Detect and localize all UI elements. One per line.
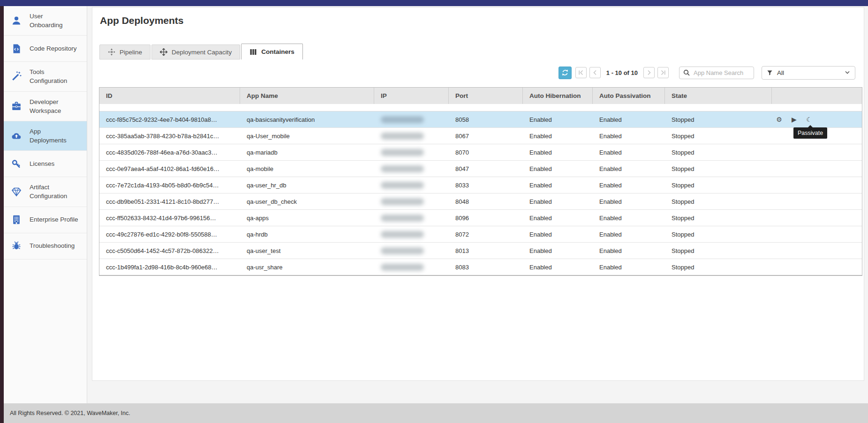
cell-ip [374, 161, 449, 177]
cell-auto-hibernation: Enabled [523, 226, 593, 242]
tab-label: Containers [261, 48, 294, 55]
chevron-down-icon [845, 71, 850, 75]
cell-app-name: qa-basicsanityverification [240, 111, 374, 127]
bug-icon [10, 240, 23, 252]
sidebar-item-artifact-configuration[interactable]: Artifact Configuration [4, 177, 87, 207]
cell-app-name: qa-apps [240, 210, 374, 226]
cell-port: 8013 [449, 243, 523, 259]
table-body: ccc-f85c75c2-9232-4ee7-b404-9810a8…qa-ba… [99, 111, 862, 275]
cell-auto-passivation: Enabled [593, 193, 665, 209]
building-icon [10, 214, 23, 225]
table-row[interactable]: ccc-c5050d64-1452-4c57-872b-086322…qa-us… [99, 243, 862, 259]
cell-auto-hibernation: Enabled [523, 144, 593, 160]
first-page-button[interactable] [575, 67, 587, 78]
cell-id: ccc-db9be051-2331-4121-8c10-8bd277… [99, 193, 240, 209]
cell-state: Stopped [665, 259, 772, 275]
state-filter-dropdown[interactable]: All [762, 66, 855, 80]
table-row[interactable]: ccc-f85c75c2-9232-4ee7-b404-9810a8…qa-ba… [99, 111, 862, 128]
toolbar: 1 - 10 of 10 [559, 66, 855, 80]
cell-auto-passivation: Enabled [593, 210, 665, 226]
magic-wand-icon [10, 71, 23, 82]
column-header-state[interactable]: State [665, 88, 772, 104]
cloud-upload-icon [10, 130, 23, 141]
column-header-actions [772, 88, 862, 104]
play-icon[interactable]: ▶ [790, 116, 799, 123]
table-row[interactable]: ccc-0e97aea4-a5af-4102-86a1-fd60e16…qa-m… [99, 161, 862, 177]
next-page-button[interactable] [643, 67, 655, 78]
cell-auto-hibernation: Enabled [523, 210, 593, 226]
redacted-ip-value [381, 231, 424, 238]
cell-app-name: qa-user_db_check [240, 193, 374, 209]
cell-app-name: qa-user_test [240, 243, 374, 259]
cell-port: 8058 [449, 111, 523, 127]
column-header-ip[interactable]: IP [374, 88, 449, 104]
column-header-app-name[interactable]: App Name [240, 88, 374, 104]
cell-app-name: qa-mobile [240, 161, 374, 177]
tab-bar: Pipeline Deployment Capacity Containers [99, 44, 303, 59]
sidebar-item-user-onboarding[interactable]: User Onboarding [4, 6, 87, 36]
sidebar-item-licenses[interactable]: Licenses [4, 151, 87, 177]
sidebar-item-developer-workspace[interactable]: Developer Workspace [4, 92, 87, 121]
cell-auto-hibernation: Enabled [523, 161, 593, 177]
first-page-icon [578, 70, 584, 75]
table-row[interactable]: ccc-db9be051-2331-4121-8c10-8bd277…qa-us… [99, 193, 862, 210]
sidebar-item-troubleshooting[interactable]: Troubleshooting [4, 233, 87, 260]
column-header-port[interactable]: Port [449, 88, 523, 104]
cell-auto-hibernation: Enabled [523, 259, 593, 275]
tab-containers[interactable]: Containers [241, 44, 303, 59]
cell-actions [772, 210, 862, 226]
sidebar-item-enterprise-profile[interactable]: Enterprise Profile [4, 207, 87, 233]
cell-id: ccc-ff502633-8432-41d4-97b6-996156… [99, 210, 240, 226]
table-row[interactable]: ccc-4835d026-788f-46ea-a76d-30aac3…qa-ma… [99, 144, 862, 161]
sidebar-item-label: Artifact Configuration [30, 183, 77, 200]
sidebar-item-app-deployments[interactable]: App Deployments [4, 121, 87, 151]
cell-auto-passivation: Enabled [593, 177, 665, 193]
cell-state: Stopped [665, 243, 772, 259]
table-row[interactable]: ccc-385aa5ab-3788-4230-b78a-b2841c…qa-Us… [99, 128, 862, 144]
tab-deployment-capacity[interactable]: Deployment Capacity [151, 45, 240, 59]
footer: All Rights Reserved. © 2021, WaveMaker, … [4, 403, 868, 423]
chevron-right-icon [646, 70, 652, 75]
redacted-ip-value [381, 116, 424, 123]
cell-id: ccc-49c27876-ed1c-4292-b0f8-550588… [99, 226, 240, 242]
cell-ip [374, 243, 449, 259]
tab-pipeline[interactable]: Pipeline [99, 45, 151, 59]
cell-auto-passivation: Enabled [593, 226, 665, 242]
filter-icon [767, 70, 773, 76]
gear-icon[interactable]: ⚙ [775, 116, 784, 123]
sidebar-item-label: Tools Configuration [30, 67, 77, 85]
cell-auto-passivation: Enabled [593, 243, 665, 259]
redacted-ip-value [381, 198, 424, 205]
column-header-id[interactable]: ID [99, 88, 240, 104]
cell-state: Stopped [665, 210, 772, 226]
table-row[interactable]: ccc-49c27876-ed1c-4292-b0f8-550588…qa-hr… [99, 226, 862, 243]
column-header-auto-passivation[interactable]: Auto Passivation [593, 88, 665, 104]
cell-auto-passivation: Enabled [593, 161, 665, 177]
moon-icon[interactable]: ☾ [805, 116, 814, 123]
content-card: App Deployments Pipeline Deployment Capa… [92, 7, 864, 381]
sidebar-item-code-repository[interactable]: Code Repository [4, 36, 87, 62]
redacted-ip-value [381, 264, 424, 271]
search-input[interactable] [693, 69, 750, 77]
redacted-ip-value [381, 133, 424, 140]
redacted-ip-value [381, 149, 424, 156]
refresh-button[interactable] [559, 67, 572, 79]
cell-ip [374, 144, 449, 160]
cell-app-name: qa-hrdb [240, 226, 374, 242]
sidebar-item-label: App Deployments [30, 127, 77, 145]
chevron-left-icon [592, 70, 598, 75]
table-row[interactable]: ccc-7e72c1da-4193-4b05-b8d0-6b9c54…qa-us… [99, 177, 862, 193]
cell-id: ccc-f85c75c2-9232-4ee7-b404-9810a8… [99, 111, 240, 127]
table-row[interactable]: ccc-1b499fa1-2d98-416b-8c4b-960e68…qa-us… [99, 259, 862, 275]
table-row[interactable]: ccc-ff502633-8432-41d4-97b6-996156…qa-ap… [99, 210, 862, 226]
cell-state: Stopped [665, 161, 772, 177]
tab-label: Pipeline [120, 49, 142, 56]
last-page-button[interactable] [657, 67, 669, 78]
cell-state: Stopped [665, 193, 772, 209]
sidebar-item-tools-configuration[interactable]: Tools Configuration [4, 62, 87, 91]
cell-ip [374, 210, 449, 226]
move-icon [160, 48, 167, 56]
column-header-auto-hibernation[interactable]: Auto Hibernation [523, 88, 593, 104]
refresh-icon [561, 69, 569, 76]
previous-page-button[interactable] [589, 67, 601, 78]
